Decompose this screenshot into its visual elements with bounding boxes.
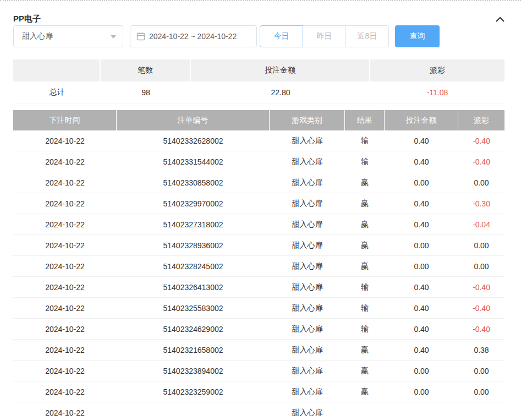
cell-bet: 0.00: [385, 172, 458, 193]
cell-game: 甜入心扉: [270, 361, 345, 381]
table-row: 2024-10-2251402329970002甜入心扉赢0.40-0.30: [13, 193, 504, 214]
col-header-result: 结果: [345, 110, 385, 130]
cell-payout: 0.00: [458, 256, 504, 276]
cell-date: 2024-10-22: [13, 130, 117, 151]
cell-result: 赢: [345, 214, 385, 234]
col-header-bet-time: 下注时间: [13, 110, 117, 130]
table-row: 2024-10-2251402326413002甜入心扉输0.40-0.40: [13, 277, 504, 298]
cell-order: 51402323259002: [117, 381, 270, 402]
cell-order: 51402325583002: [117, 298, 270, 318]
cell-result: 赢: [345, 381, 385, 402]
cell-result: 赢: [345, 193, 385, 214]
summary-total-bet: 22.80: [191, 81, 370, 103]
summary-header-count: 笔数: [101, 59, 191, 81]
cell-order: 51402324629002: [117, 319, 270, 339]
quick-filter-yesterday-button[interactable]: 昨日: [303, 25, 346, 47]
cell-payout: -0.40: [458, 298, 504, 318]
summary-table: 笔数 投注金额 派彩 总计 98 22.80 -11.08: [13, 59, 504, 103]
cell-result: 赢: [345, 235, 385, 255]
date-range-value: 2024-10-22 ~ 2024-10-22: [149, 32, 237, 41]
cell-order: 51402330858002: [117, 172, 270, 193]
summary-total-label: 总计: [13, 81, 101, 103]
filter-bar: 甜入心扉 2024-10-22 ~ 2024-10-22 今日 昨日 近8日 查…: [13, 25, 504, 47]
cell-result: [345, 402, 385, 420]
date-range-input[interactable]: 2024-10-22 ~ 2024-10-22: [130, 25, 257, 47]
cell-order: 51402323894002: [117, 361, 270, 381]
cell-bet: 0.40: [385, 151, 458, 172]
cell-date: 2024-10-22: [13, 256, 117, 276]
cell-result: 赢: [345, 340, 385, 360]
col-header-order-number: 注单编号: [117, 110, 270, 130]
col-header-payout: 派彩: [458, 110, 504, 130]
cell-result: 输: [345, 298, 385, 318]
cell-bet: 0.00: [385, 381, 458, 402]
table-row: 2024-10-2251402323259002甜入心扉赢0.000.00: [13, 381, 504, 402]
summary-header-bet-amount: 投注金额: [191, 59, 370, 81]
cell-payout: 0.00: [458, 172, 504, 193]
query-button[interactable]: 查询: [395, 25, 440, 47]
summary-total-row: 总计 98 22.80 -11.08: [13, 81, 504, 103]
cell-result: 赢: [345, 256, 385, 276]
table-row: 2024-10-2251402332628002甜入心扉输0.40-0.40: [13, 130, 504, 151]
game-select-value: 甜入心扉: [22, 31, 53, 41]
cell-payout: 0.00: [458, 381, 504, 402]
collapse-panel-button[interactable]: [496, 17, 504, 22]
cell-game: 甜入心扉: [270, 151, 345, 172]
summary-header-row: 笔数 投注金额 派彩: [13, 59, 504, 81]
cell-game: 甜入心扉: [270, 319, 345, 339]
cell-bet: 0.40: [385, 193, 458, 214]
chevron-up-icon: [496, 17, 504, 22]
cell-game: 甜入心扉: [270, 130, 345, 151]
cell-payout: -0.40: [458, 151, 504, 172]
cell-bet: 0.00: [385, 361, 458, 381]
summary-total-payout: -11.08: [370, 81, 504, 103]
panel-header: PP电子: [13, 1, 504, 25]
cell-date: 2024-10-22: [13, 298, 117, 318]
cell-result: 输: [345, 151, 385, 172]
cell-game: 甜入心扉: [270, 235, 345, 255]
cell-payout: -0.40: [458, 319, 504, 339]
cell-result: 输: [345, 319, 385, 339]
pp-games-panel: PP电子 甜入心扉 2024-10-22 ~ 2024-10-22 今日 昨日 …: [0, 1, 521, 420]
cell-bet: 0.40: [385, 298, 458, 318]
cell-result: 赢: [345, 361, 385, 381]
summary-header-payout: 派彩: [370, 59, 504, 81]
cell-payout: 0.00: [458, 361, 504, 381]
quick-filter-today-button[interactable]: 今日: [260, 25, 303, 47]
cell-bet: 0.00: [385, 235, 458, 255]
cell-bet: 0.40: [385, 319, 458, 339]
table-header-row: 下注时间 注单编号 游戏类别 结果 投注金额 派彩: [13, 110, 504, 130]
cell-result: 输: [345, 277, 385, 297]
table-row: 2024-10-2251402323894002甜入心扉赢0.000.00: [13, 361, 504, 381]
cell-bet: 0.00: [385, 256, 458, 276]
table-row: 2024-10-2251402330858002甜入心扉赢0.000.00: [13, 172, 504, 193]
table-row: 2024-10-2251402328245002甜入心扉赢0.000.00: [13, 256, 504, 277]
game-select[interactable]: 甜入心扉: [13, 25, 123, 47]
cell-date: 2024-10-22: [13, 361, 117, 381]
cell-order: 51402328936002: [117, 235, 270, 255]
col-header-game-type: 游戏类别: [270, 110, 345, 130]
calendar-icon: [136, 32, 145, 41]
cell-order: 51402326413002: [117, 277, 270, 297]
table-row: 2024-10-2251402331544002甜入心扉输0.40-0.40: [13, 151, 504, 172]
cell-game: 甜入心扉: [270, 256, 345, 276]
table-row: 2024-10-2251402328936002甜入心扉赢0.000.00: [13, 235, 504, 256]
cell-payout: -0.04: [458, 214, 504, 234]
table-row: 2024-10-2251402324629002甜入心扉输0.40-0.40: [13, 319, 504, 340]
cell-order: 51402331544002: [117, 151, 270, 172]
cell-order: 51402329970002: [117, 193, 270, 214]
cell-payout: -0.30: [458, 193, 504, 214]
cell-game: 甜入心扉: [270, 298, 345, 318]
table-row: 2024-10-22甜入心扉: [13, 402, 504, 420]
cell-date: 2024-10-22: [13, 151, 117, 172]
col-header-bet-amount: 投注金额: [385, 110, 458, 130]
cell-payout: -0.40: [458, 130, 504, 151]
cell-date: 2024-10-22: [13, 172, 117, 193]
cell-date: 2024-10-22: [13, 381, 117, 402]
cell-order: 51402328245002: [117, 256, 270, 276]
chevron-down-icon: [111, 35, 116, 39]
cell-game: 甜入心扉: [270, 214, 345, 234]
quick-filter-last8days-button[interactable]: 近8日: [345, 25, 389, 47]
bet-records-table: 下注时间 注单编号 游戏类别 结果 投注金额 派彩 2024-10-225140…: [13, 110, 504, 420]
cell-date: 2024-10-22: [13, 340, 117, 360]
